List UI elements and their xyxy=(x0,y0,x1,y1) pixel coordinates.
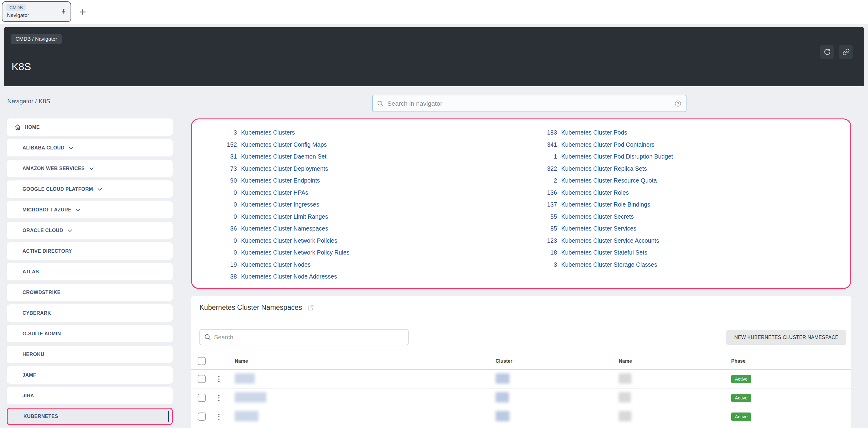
namespaces-search xyxy=(199,329,409,345)
sidebar-item-active-directory[interactable]: ACTIVE DIRECTORY xyxy=(7,242,173,260)
navigator-link-kubernetes-cluster-node-addresses[interactable]: Kubernetes Cluster Node Addresses xyxy=(241,271,337,283)
navigator-link-kubernetes-cluster-pods[interactable]: Kubernetes Cluster Pods xyxy=(561,127,627,139)
breadcrumb-navigator[interactable]: Navigator xyxy=(7,98,33,104)
sidebar-item-home[interactable]: HOME xyxy=(7,119,173,136)
navigator-link-kubernetes-cluster-pod-disruption-budget[interactable]: Kubernetes Cluster Pod Disruption Budget xyxy=(561,151,673,163)
navigator-link-row: 0Kubernetes Cluster HPAs xyxy=(192,187,521,199)
navigator-link-kubernetes-clusters[interactable]: Kubernetes Clusters xyxy=(241,127,295,139)
navigator-link-kubernetes-cluster-hpas[interactable]: Kubernetes Cluster HPAs xyxy=(241,187,308,199)
navigator-link-kubernetes-cluster-services[interactable]: Kubernetes Cluster Services xyxy=(561,223,636,235)
row-checkbox[interactable] xyxy=(197,413,206,421)
link-count: 18 xyxy=(521,246,557,259)
sidebar-item-label: KUBERNETES xyxy=(23,414,58,419)
navigator-link-kubernetes-cluster-nodes[interactable]: Kubernetes Cluster Nodes xyxy=(241,259,311,271)
external-link-icon[interactable] xyxy=(307,304,314,311)
sidebar-item-oracle-cloud[interactable]: ORACLE CLOUD xyxy=(7,222,173,239)
navigator-link-kubernetes-cluster-pod-containers[interactable]: Kubernetes Cluster Pod Containers xyxy=(561,139,655,151)
navigator-link-kubernetes-cluster-roles[interactable]: Kubernetes Cluster Roles xyxy=(561,187,629,199)
redacted-cluster-cell xyxy=(496,392,509,402)
navigator-link-kubernetes-cluster-config-maps[interactable]: Kubernetes Cluster Config Maps xyxy=(241,139,327,151)
navigator-link-row: 3Kubernetes Clusters xyxy=(192,127,521,139)
redacted-name-cell xyxy=(235,373,255,384)
table-header-row: Name Cluster Name Phase xyxy=(191,353,851,370)
chevron-down-icon xyxy=(97,186,103,192)
sidebar-item-kubernetes[interactable]: KUBERNETES xyxy=(7,408,173,425)
navigator-link-row: 183Kubernetes Cluster Pods xyxy=(521,127,850,139)
sidebar-item-label: JAMF xyxy=(23,372,36,378)
home-icon xyxy=(14,124,21,130)
sidebar-item-g-suite-admin[interactable]: G-SUITE ADMIN xyxy=(7,325,173,342)
navigator-link-kubernetes-cluster-network-policy-rules[interactable]: Kubernetes Cluster Network Policy Rules xyxy=(241,246,350,259)
page-title: K8S xyxy=(11,61,31,73)
navigator-link-kubernetes-cluster-network-policies[interactable]: Kubernetes Cluster Network Policies xyxy=(241,235,337,247)
link-count: 36 xyxy=(192,223,237,235)
sidebar-item-label: ACTIVE DIRECTORY xyxy=(23,249,72,254)
navigator-link-kubernetes-cluster-daemon-set[interactable]: Kubernetes Cluster Daemon Set xyxy=(241,151,327,163)
navigator-link-kubernetes-cluster-limit-ranges[interactable]: Kubernetes Cluster Limit Ranges xyxy=(241,211,328,223)
breadcrumb-current: K8S xyxy=(39,98,50,104)
sidebar-item-crowdstrike[interactable]: CROWDSTRIKE xyxy=(7,284,173,301)
refresh-button[interactable] xyxy=(820,45,834,59)
sidebar-item-google-cloud-platform[interactable]: GOOGLE CLOUD PLATFORM xyxy=(7,180,173,198)
sidebar-item-jira[interactable]: JIRA xyxy=(7,387,173,404)
navigator-link-row: 0Kubernetes Cluster Network Policy Rules xyxy=(192,246,521,259)
navigator-link-kubernetes-cluster-storage-classes[interactable]: Kubernetes Cluster Storage Classes xyxy=(561,259,657,271)
navigator-link-kubernetes-cluster-stateful-sets[interactable]: Kubernetes Cluster Stateful Sets xyxy=(561,246,647,259)
new-tab-button[interactable]: + xyxy=(76,3,89,21)
navigator-link-kubernetes-cluster-secrets[interactable]: Kubernetes Cluster Secrets xyxy=(561,211,633,223)
navigator-link-row: 322Kubernetes Cluster Replica Sets xyxy=(521,163,850,175)
copy-link-button[interactable] xyxy=(839,45,853,59)
navigator-link-kubernetes-cluster-ingresses[interactable]: Kubernetes Cluster Ingresses xyxy=(241,199,319,211)
pin-icon[interactable] xyxy=(60,8,67,15)
sidebar-item-cyberark[interactable]: CYBERARK xyxy=(7,304,173,322)
link-count: 183 xyxy=(521,127,557,139)
navigator-link-kubernetes-cluster-replica-sets[interactable]: Kubernetes Cluster Replica Sets xyxy=(561,163,647,175)
chevron-down-icon xyxy=(75,207,81,213)
navigator-link-row: 0Kubernetes Cluster Network Policies xyxy=(192,235,521,247)
tab-cmdb-navigator[interactable]: CMDB Navigator xyxy=(2,1,71,22)
row-checkbox[interactable] xyxy=(197,394,206,402)
link-count: 90 xyxy=(192,175,237,187)
navigator-link-kubernetes-cluster-namespaces[interactable]: Kubernetes Cluster Namespaces xyxy=(241,223,328,235)
tab-label: Navigator xyxy=(7,12,29,19)
new-namespace-button[interactable]: NEW KUBERNETES CLUSTER NAMESPACE xyxy=(726,330,846,345)
link-count: 152 xyxy=(192,139,237,151)
navigator-link-row: 85Kubernetes Cluster Services xyxy=(521,223,850,235)
navigator-link-kubernetes-cluster-role-bindings[interactable]: Kubernetes Cluster Role Bindings xyxy=(561,199,650,211)
link-count: 3 xyxy=(521,259,557,271)
sidebar-item-label: CROWDSTRIKE xyxy=(23,290,61,295)
navigator-link-row: 55Kubernetes Cluster Secrets xyxy=(521,211,850,223)
sidebar-item-jamf[interactable]: JAMF xyxy=(7,366,173,384)
navigator-link-kubernetes-cluster-endpoints[interactable]: Kubernetes Cluster Endpoints xyxy=(241,175,320,187)
navigator-links-panel: 3Kubernetes Clusters152Kubernetes Cluste… xyxy=(191,119,851,289)
phase-badge: Active xyxy=(731,413,751,421)
namespaces-card: Kubernetes Cluster Namespaces NEW KUBERN… xyxy=(191,296,851,428)
navigator-link-kubernetes-cluster-deployments[interactable]: Kubernetes Cluster Deployments xyxy=(241,163,328,175)
kebab-menu-icon[interactable] xyxy=(218,376,220,382)
navigator-search-input[interactable] xyxy=(373,95,686,111)
kebab-menu-icon[interactable] xyxy=(218,395,220,401)
sidebar-item-alibaba-cloud[interactable]: ALIBABA CLOUD xyxy=(7,139,173,157)
sidebar-item-amazon-web-services[interactable]: AMAZON WEB SERVICES xyxy=(7,160,173,177)
sidebar-item-atlas[interactable]: ATLAS xyxy=(7,263,173,281)
sidebar-item-microsoft-azure[interactable]: MICROSOFT AZURE xyxy=(7,201,173,219)
link-count: 19 xyxy=(192,259,237,271)
navigator-link-kubernetes-cluster-resource-quota[interactable]: Kubernetes Cluster Resource Quota xyxy=(561,175,657,187)
link-count: 0 xyxy=(192,199,237,211)
sidebar-item-heroku[interactable]: HEROKU xyxy=(7,346,173,363)
row-checkbox[interactable] xyxy=(197,375,206,383)
table-body: ActiveActiveActive xyxy=(191,370,851,426)
navigator-link-row: 18Kubernetes Cluster Stateful Sets xyxy=(521,246,850,259)
navigator-link-kubernetes-cluster-service-accounts[interactable]: Kubernetes Cluster Service Accounts xyxy=(561,235,659,247)
kebab-menu-icon[interactable] xyxy=(218,414,220,420)
link-count: 38 xyxy=(192,271,237,283)
column-header-cluster: Cluster xyxy=(496,358,619,364)
help-icon[interactable] xyxy=(674,100,682,107)
redacted-name2-cell xyxy=(619,392,631,402)
navigator-link-row: 19Kubernetes Cluster Nodes xyxy=(192,259,521,271)
namespaces-search-input[interactable] xyxy=(200,330,408,345)
select-all-checkbox[interactable] xyxy=(197,357,206,365)
navigator-link-row: 137Kubernetes Cluster Role Bindings xyxy=(521,199,850,211)
link-count: 0 xyxy=(192,187,237,199)
phase-badge: Active xyxy=(731,375,751,383)
